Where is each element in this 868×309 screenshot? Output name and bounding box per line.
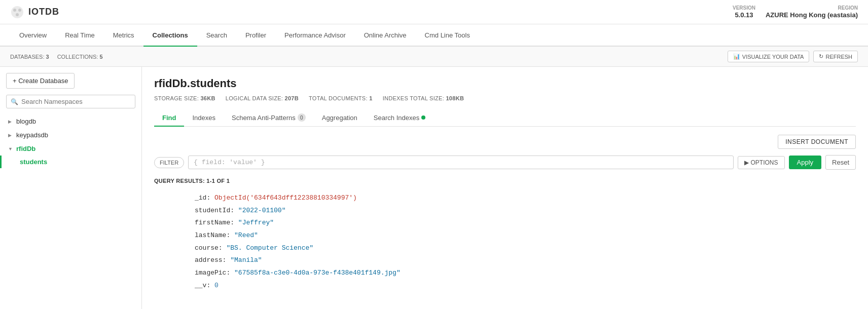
chevron-right-icon: ▶ bbox=[8, 133, 13, 138]
collection-title: rfidDb.students bbox=[154, 77, 856, 90]
region-value: AZURE Hong Kong (eastasia) bbox=[766, 11, 858, 20]
doc-field-course: course: "BS. Computer Science" bbox=[195, 242, 856, 255]
nav-item-overview[interactable]: Overview bbox=[10, 24, 56, 47]
header-right: VERSION 5.0.13 REGION AZURE Hong Kong (e… bbox=[733, 5, 858, 20]
region-block: REGION AZURE Hong Kong (eastasia) bbox=[766, 5, 858, 20]
collection-meta: STORAGE SIZE: 36KB LOGICAL DATA SIZE: 20… bbox=[154, 95, 856, 101]
subheader-actions: 📊 VISUALIZE YOUR DATA ↻ REFRESH bbox=[728, 51, 858, 62]
tab-indexes[interactable]: Indexes bbox=[184, 109, 224, 127]
search-icon: 🔍 bbox=[11, 98, 18, 105]
nav-item-profiler[interactable]: Profiler bbox=[236, 24, 275, 47]
svg-point-1 bbox=[13, 9, 16, 12]
app-header: IOTDB VERSION 5.0.13 REGION AZURE Hong K… bbox=[0, 0, 868, 24]
options-button[interactable]: ▶ OPTIONS bbox=[738, 156, 784, 169]
chevron-down-icon: ▼ bbox=[8, 146, 13, 151]
subheader-bar: DATABASES: 3 COLLECTIONS: 5 📊 VISUALIZE … bbox=[0, 47, 868, 67]
logical-data-size-meta: LOGICAL DATA SIZE: 207B bbox=[226, 95, 299, 101]
apply-button[interactable]: Apply bbox=[789, 156, 822, 169]
svg-point-0 bbox=[11, 6, 23, 18]
nav-item-search[interactable]: Search bbox=[197, 24, 236, 47]
total-documents-meta: TOTAL DOCUMENTS: 1 bbox=[309, 95, 373, 101]
tab-aggregation[interactable]: Aggregation bbox=[314, 109, 366, 127]
nav-item-metrics[interactable]: Metrics bbox=[104, 24, 143, 47]
nav-item-online-archive[interactable]: Online Archive bbox=[355, 24, 416, 47]
filter-input-wrapper[interactable]: { field: 'value' } bbox=[188, 156, 734, 169]
search-namespaces-input[interactable] bbox=[21, 98, 131, 105]
collection-tabs: Find Indexes Schema Anti-Patterns 0 Aggr… bbox=[154, 109, 856, 127]
students-collection-label: students bbox=[20, 158, 47, 166]
filter-tag[interactable]: FILTER bbox=[154, 157, 184, 168]
app-title: IOTDB bbox=[28, 7, 59, 17]
header-left: IOTDB bbox=[10, 5, 59, 19]
svg-point-2 bbox=[18, 9, 21, 12]
refresh-icon: ↻ bbox=[819, 53, 823, 60]
blogdb-label: blogdb bbox=[16, 118, 36, 125]
tab-find[interactable]: Find bbox=[154, 109, 184, 127]
visualize-data-button[interactable]: 📊 VISUALIZE YOUR DATA bbox=[728, 51, 810, 62]
tab-search-indexes[interactable]: Search Indexes bbox=[366, 109, 433, 127]
sidebar-item-rfiddb[interactable]: ▼ rfidDb bbox=[0, 142, 141, 156]
databases-label: DATABASES: 3 bbox=[10, 54, 49, 60]
subheader-stats: DATABASES: 3 COLLECTIONS: 5 bbox=[10, 54, 103, 60]
main-layout: + Create Database 🔍 ▶ blogdb ▶ keypadsdb… bbox=[0, 67, 868, 309]
create-database-button[interactable]: + Create Database bbox=[6, 73, 75, 89]
svg-point-3 bbox=[16, 13, 19, 16]
chevron-right-icon: ▶ bbox=[8, 119, 13, 124]
doc-field-v: __v: 0 bbox=[195, 280, 856, 292]
chart-icon: 📊 bbox=[733, 53, 740, 60]
schema-badge: 0 bbox=[298, 113, 306, 122]
version-value: 5.0.13 bbox=[733, 11, 755, 20]
storage-size-meta: STORAGE SIZE: 36KB bbox=[154, 95, 215, 101]
rfiddb-label: rfidDb bbox=[16, 145, 35, 152]
nav-item-performance-advisor[interactable]: Performance Advisor bbox=[275, 24, 355, 47]
region-label: REGION bbox=[766, 5, 858, 11]
doc-field-address: address: "Manila" bbox=[195, 254, 856, 267]
keypadsdb-label: keypadsdb bbox=[16, 131, 48, 139]
nav-item-collections[interactable]: Collections bbox=[143, 24, 197, 47]
query-results-label: QUERY RESULTS: 1-1 OF 1 bbox=[154, 178, 856, 184]
nav-item-cmd-line-tools[interactable]: Cmd Line Tools bbox=[416, 24, 479, 47]
filter-row: FILTER { field: 'value' } ▶ OPTIONS Appl… bbox=[154, 155, 856, 170]
sidebar-item-keypadsdb[interactable]: ▶ keypadsdb bbox=[0, 128, 141, 142]
document-block: _id: ObjectId('634f643dff12238810334997'… bbox=[154, 192, 856, 292]
doc-field-id: _id: ObjectId('634f643dff12238810334997'… bbox=[195, 192, 856, 205]
toolbar-row: INSERT DOCUMENT bbox=[154, 135, 856, 149]
search-indexes-status-dot bbox=[421, 115, 425, 120]
databases-count: 3 bbox=[46, 54, 49, 60]
nav-item-realtime[interactable]: Real Time bbox=[56, 24, 104, 47]
version-block: VERSION 5.0.13 bbox=[733, 5, 755, 20]
query-results-range: 1-1 OF 1 bbox=[206, 178, 230, 184]
filter-placeholder-text: { field: 'value' } bbox=[194, 159, 265, 166]
indexes-total-size-meta: INDEXES TOTAL SIZE: 108KB bbox=[383, 95, 464, 101]
main-nav: Overview Real Time Metrics Collections S… bbox=[0, 24, 868, 47]
doc-field-imagepic: imagePic: "67585f8a-c3e0-4d0a-973e-f438e… bbox=[195, 267, 856, 280]
doc-field-lastname: lastName: "Reed" bbox=[195, 229, 856, 242]
reset-button[interactable]: Reset bbox=[825, 155, 856, 170]
collections-count: 5 bbox=[99, 54, 102, 60]
sidebar-item-students[interactable]: students bbox=[0, 156, 141, 168]
version-label: VERSION bbox=[733, 5, 755, 11]
sidebar-item-blogdb[interactable]: ▶ blogdb bbox=[0, 114, 141, 128]
doc-field-studentid: studentId: "2022-01100" bbox=[195, 205, 856, 217]
insert-document-button[interactable]: INSERT DOCUMENT bbox=[778, 135, 856, 149]
sidebar: + Create Database 🔍 ▶ blogdb ▶ keypadsdb… bbox=[0, 67, 142, 309]
app-logo-icon bbox=[10, 5, 24, 19]
search-namespaces-wrapper[interactable]: 🔍 bbox=[6, 95, 135, 108]
refresh-button[interactable]: ↻ REFRESH bbox=[813, 51, 858, 62]
tab-schema-anti-patterns[interactable]: Schema Anti-Patterns 0 bbox=[224, 109, 314, 127]
collections-label: COLLECTIONS: 5 bbox=[57, 54, 103, 60]
doc-field-firstname: firstName: "Jeffrey" bbox=[195, 217, 856, 229]
main-content: rfidDb.students STORAGE SIZE: 36KB LOGIC… bbox=[142, 67, 868, 309]
